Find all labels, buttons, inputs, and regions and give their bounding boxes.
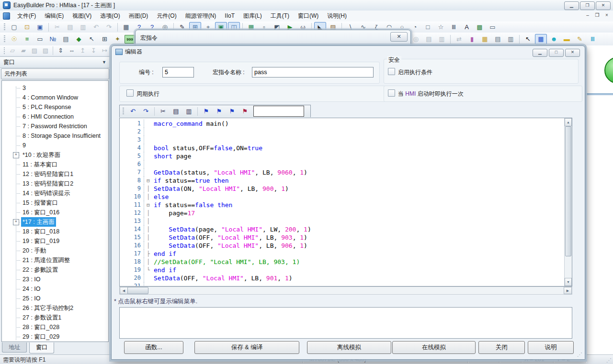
tree-item[interactable]: 25 : IO <box>2 294 108 303</box>
exec-condition-checkbox[interactable] <box>388 68 395 75</box>
tree-item[interactable]: 26 : 其它手动控制2 <box>2 303 108 313</box>
note-edit-icon[interactable]: ✎ <box>574 34 586 44</box>
tree-item[interactable]: 28 : 窗口_028 <box>2 322 108 332</box>
cut-icon[interactable]: ✂ <box>157 106 169 117</box>
close-editor-button[interactable]: 关闭 <box>478 341 525 354</box>
menu-item-8[interactable]: IIoT <box>220 12 239 19</box>
scroll-up-arrow[interactable]: ▲ <box>565 118 572 126</box>
fold-collapse-icon[interactable]: ⊟ <box>144 176 152 185</box>
tree-item[interactable]: 15 : 报警窗口 <box>2 198 108 208</box>
vertical-scroll-thumb[interactable] <box>565 126 571 256</box>
scroll-right-arrow[interactable]: ▶ <box>564 287 572 294</box>
minimize-button[interactable]: ▁ <box>564 1 579 10</box>
menu-item-9[interactable]: 图库(L) <box>239 12 266 19</box>
bookmark-toggle-icon[interactable]: ⚑ <box>200 106 212 117</box>
word-lamp-icon[interactable]: ≡ <box>21 34 33 44</box>
dialog-resize-grip[interactable]: ⋰ <box>577 352 582 358</box>
tree-item[interactable]: 5 : PLC Response <box>2 102 108 112</box>
building-manage-icon[interactable]: ▦ <box>479 34 491 44</box>
align-vertical-icon[interactable]: ⇕ <box>56 45 66 56</box>
tree-expander-icon[interactable]: + <box>13 152 19 158</box>
tree-item-selected[interactable]: +*17 : 主画面 <box>2 217 108 227</box>
print-icon[interactable]: ▦ <box>120 22 132 33</box>
menu-item-2[interactable]: 编辑(E) <box>40 12 68 19</box>
set-bit-icon[interactable]: ▭ <box>34 34 46 44</box>
help-button[interactable]: 说明 <box>528 341 574 354</box>
new-file-icon[interactable]: ▢ <box>8 22 20 33</box>
undo-icon[interactable]: ↶ <box>127 106 139 117</box>
tree-item[interactable]: 9 <box>2 141 108 150</box>
tree-item[interactable]: 11 : 基本窗口 <box>2 160 108 169</box>
tree-item[interactable]: 4 : Common Window <box>2 93 108 102</box>
menu-item-6[interactable]: 元件(O) <box>152 12 181 19</box>
editor-close-button[interactable]: ✕ <box>565 49 580 57</box>
menu-item-3[interactable]: 视图(V) <box>68 12 96 19</box>
window-tree[interactable]: 34 : Common Window5 : PLC Response6 : HM… <box>1 80 109 342</box>
offline-simulation-button[interactable]: 离线模拟 <box>307 341 391 354</box>
draw-text-icon[interactable]: A <box>461 22 473 33</box>
horizontal-scrollbar[interactable]: ◀ ▶ <box>119 287 572 295</box>
bit-lamp-icon[interactable]: ☉ <box>8 34 20 44</box>
mdi-minimize-button[interactable]: ‒ <box>584 12 591 18</box>
menu-item-1[interactable]: 文件(F) <box>13 12 40 19</box>
macro-id-input[interactable] <box>162 67 194 77</box>
menu-item-12[interactable]: 说明(H) <box>323 12 351 19</box>
draw-scale-icon[interactable]: Ⅲ <box>448 22 460 33</box>
function-key-icon[interactable]: ◆ <box>73 34 85 44</box>
document-icon[interactable] <box>3 12 10 20</box>
window-dock-header[interactable]: 窗口 ▼ <box>0 56 110 68</box>
tree-item[interactable]: 24 : IO <box>2 284 108 294</box>
tab-window[interactable]: 窗口 <box>29 342 54 353</box>
align-horizontal-icon[interactable]: ⇔ <box>67 45 77 56</box>
window-no-icon[interactable]: ⊞ <box>99 34 111 44</box>
restore-button[interactable]: ❐ <box>580 1 595 10</box>
chevron-down-icon[interactable]: ▼ <box>102 57 106 67</box>
tree-expander-icon[interactable]: + <box>13 219 19 225</box>
tree-item[interactable]: 3 <box>2 83 108 93</box>
set-word-icon[interactable]: № <box>47 34 59 44</box>
scroll-down-arrow[interactable]: ▼ <box>565 278 572 286</box>
pointer-tool-icon[interactable]: ↖ <box>86 34 98 44</box>
menu-item-5[interactable]: 画图(D) <box>125 12 153 19</box>
horizontal-scroll-thumb[interactable] <box>127 287 148 294</box>
key-object-icon[interactable]: ✦ <box>112 34 124 44</box>
numeric-display-icon[interactable]: 999 <box>125 35 135 44</box>
meter-badge[interactable]: 45 <box>604 57 613 84</box>
copy-icon[interactable]: ▤ <box>170 106 182 117</box>
menu-item-7[interactable]: 能源管理(N) <box>181 12 221 19</box>
menu-item-4[interactable]: 选项(O) <box>96 12 124 19</box>
address-book-icon[interactable]: ▮ <box>466 34 478 44</box>
tree-item[interactable]: 7 : Password Restriction <box>2 121 108 131</box>
report-list-icon[interactable]: ▤ <box>492 34 504 44</box>
menu-item-11[interactable]: 窗口(W) <box>294 12 323 19</box>
object-list-header[interactable]: 元件列表 <box>1 68 109 79</box>
paste-icon[interactable]: ▥ <box>183 106 195 117</box>
tab-address[interactable]: 地址 <box>2 342 27 353</box>
drawer-icon[interactable]: ▥ <box>505 34 517 44</box>
periodic-checkbox[interactable] <box>126 89 134 97</box>
tree-item[interactable]: 21 : 馬達位置調整 <box>2 255 108 265</box>
tree-item[interactable]: 29 : 窗口_029 <box>2 332 108 342</box>
macro-library-icon[interactable]: ▬ <box>561 34 573 44</box>
vertical-scrollbar[interactable]: ▲ ▼ <box>564 118 572 286</box>
draw-star-icon[interactable]: ☆ <box>435 22 447 33</box>
tree-item[interactable]: 13 : 密码登陆窗口2 <box>2 179 108 188</box>
mdi-restore-button[interactable]: ❐ <box>594 12 601 18</box>
macro-name-input[interactable] <box>252 67 374 77</box>
function-button[interactable]: 函数... <box>124 341 183 354</box>
save-compile-button[interactable]: 保存 & 编译 <box>194 341 299 354</box>
bookmark-next-icon[interactable]: ⚑ <box>213 106 225 117</box>
mdi-close-button[interactable]: × <box>603 12 610 18</box>
open-file-icon[interactable]: ⊡ <box>21 22 33 33</box>
redo-icon[interactable]: ↷ <box>140 106 152 117</box>
run-on-startup-checkbox[interactable] <box>388 89 395 97</box>
editor-maximize-button[interactable]: □ <box>549 49 564 57</box>
tree-item[interactable]: 19 : 窗口_019 <box>2 236 108 246</box>
online-simulation-button[interactable]: 在线模拟 <box>392 341 476 354</box>
draw-rect-icon[interactable]: □ <box>422 22 434 33</box>
fold-collapse-icon[interactable]: ⊟ <box>144 201 152 209</box>
tree-item[interactable]: 6 : HMI Connection <box>2 112 108 121</box>
insert-picture-icon[interactable]: ▩ <box>474 22 486 33</box>
tree-item[interactable]: +*10 : 欢迎界面 <box>2 150 108 160</box>
tree-item[interactable]: 8 : Storage Space Insufficient <box>2 131 108 141</box>
